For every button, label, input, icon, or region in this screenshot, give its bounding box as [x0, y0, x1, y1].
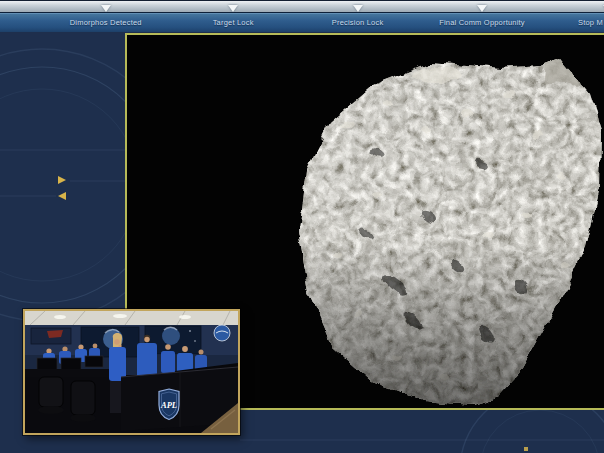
milestone-label: Stop M [578, 18, 603, 27]
milestone-label: Precision Lock [332, 18, 384, 27]
pip-mission-control: APL [23, 309, 240, 435]
milestone-marker-icon [101, 5, 111, 12]
gold-left-arrow-icon [58, 192, 66, 200]
dart-broadcast-screen: { "timeline": { "milestones": [ {"label"… [0, 0, 604, 453]
gold-right-arrow-icon [58, 176, 66, 184]
milestone-marker-icon [228, 5, 238, 12]
milestone-label: Target Lock [213, 18, 254, 27]
apl-shield-logo: APL [159, 389, 179, 420]
timeline-track [0, 0, 604, 12]
milestone-marker-icon [477, 5, 487, 12]
mission-timeline: Dimorphos Detected Target Lock Precision… [0, 0, 604, 32]
console-desk [25, 356, 117, 377]
ceiling [25, 311, 238, 325]
milestone-labels-bar: Dimorphos Detected Target Lock Precision… [0, 12, 604, 32]
apl-logo-text: APL [160, 400, 177, 410]
milestone-marker-icon [353, 5, 363, 12]
nasa-roundel [214, 325, 230, 341]
milestone-label: Dimorphos Detected [70, 18, 142, 27]
milestone-label: Final Comm Opportunity [439, 18, 525, 27]
gold-dot-marker [524, 447, 528, 451]
red-wall-logo [47, 330, 63, 338]
